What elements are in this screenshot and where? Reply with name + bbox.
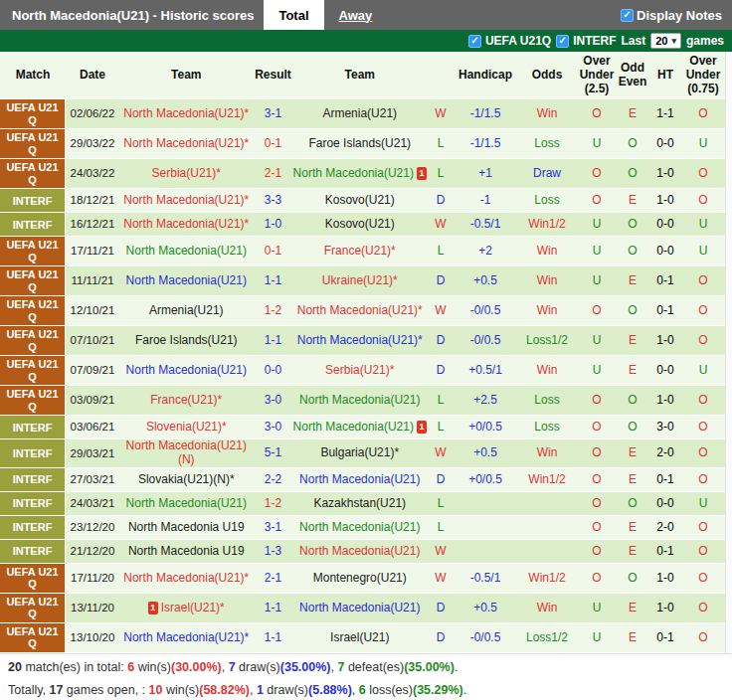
over-under-2-5: U — [578, 274, 616, 288]
away-team: Ukraine(U21)* — [293, 274, 428, 288]
uefa-u21q-checkbox[interactable]: ✓ — [468, 35, 481, 48]
handicap-line: -0/0.5 — [455, 631, 516, 645]
summary-segment: , — [222, 660, 229, 674]
red-card-icon: 1 — [417, 421, 427, 434]
home-team-label: North Macedonia(U21) — [126, 497, 247, 511]
home-team-label: Slovakia(U21)(N)* — [138, 473, 235, 487]
display-notes-checkbox[interactable]: ✓ — [621, 9, 634, 22]
away-team: Bulgaria(U21)* — [293, 446, 428, 460]
away-team-label: North Macedonia(U21) — [299, 521, 420, 535]
column-header-ht: HT — [649, 66, 681, 86]
away-team-label: North Macedonia(U21) — [293, 167, 414, 181]
score: 2-1 — [254, 167, 293, 181]
tab-away[interactable]: Away — [324, 0, 388, 30]
match-date: 17/11/20 — [66, 572, 119, 585]
display-notes-toggle: ✓ Display Notes — [621, 0, 732, 30]
over-under-2-5: U — [578, 245, 616, 259]
check-icon: ✓ — [470, 36, 478, 46]
competition-label: UEFA U21 Q — [0, 237, 66, 265]
home-team-label: Armenia(U21) — [149, 304, 224, 318]
home-team-label: North Macedonia(U21)* — [123, 572, 249, 586]
odd-even: E — [616, 521, 649, 535]
handicap-line: +0.5 — [455, 274, 516, 288]
handicap-line: +0/0.5 — [455, 473, 516, 487]
summary-segment: 10 — [149, 683, 163, 697]
away-team: North Macedonia(U21) — [293, 394, 428, 408]
home-team-label: North Macedonia(U21)* — [123, 194, 249, 208]
away-team-label: Armenia(U21) — [322, 107, 397, 121]
match-date: 03/06/21 — [66, 421, 119, 434]
summary-segment: , — [352, 683, 359, 697]
match-row: UEFA U21 Q11/11/21North Macedonia(U21)1-… — [0, 266, 725, 296]
summary-segment: match(es) in total: — [22, 660, 127, 674]
handicap-result: L — [427, 421, 455, 435]
away-team: Armenia(U21) — [293, 107, 428, 121]
title-bar: North Macedonia(U21) - Historic scores T… — [0, 0, 732, 30]
odds-result: Draw — [516, 167, 578, 181]
handicap-result: D — [427, 274, 455, 288]
score: 1-2 — [254, 304, 293, 318]
column-header-team: Team — [293, 66, 428, 86]
match-row: INTERF24/03/21North Macedonia(U21)1-2Kaz… — [0, 492, 725, 516]
score: 5-1 — [254, 446, 293, 460]
handicap-result: D — [427, 602, 455, 615]
over-under-0-75: O — [681, 473, 725, 487]
odds-result: Win1/2 — [516, 572, 578, 586]
half-time-score: 1-0 — [649, 602, 681, 615]
half-time-score: 0-0 — [649, 497, 681, 511]
handicap-line: -0.5/1 — [455, 218, 516, 232]
summary-segment: draw(s) — [236, 660, 280, 674]
summary-segment: win(s) — [162, 683, 199, 697]
odd-even: O — [616, 167, 649, 181]
half-time-score: 0-0 — [649, 137, 681, 151]
away-team-label: Faroe Islands(U21) — [308, 137, 411, 151]
over-under-2-5: O — [578, 473, 616, 487]
summary-segment: (5.88%) — [308, 683, 352, 697]
over-under-2-5: U — [578, 137, 616, 151]
half-time-score: 3-0 — [649, 421, 681, 435]
handicap-line: +0.5 — [455, 446, 516, 460]
away-team: North Macedonia(U21) — [293, 473, 428, 487]
over-under-2-5: O — [578, 497, 616, 511]
match-date: 24/03/22 — [66, 167, 119, 180]
home-team-label: Slovenia(U21)* — [146, 421, 227, 435]
match-date: 24/03/21 — [66, 497, 119, 510]
summary-segment: 1 — [257, 683, 264, 697]
home-team: North Macedonia(U21)* — [119, 631, 254, 645]
away-team-label: North Macedonia(U21) — [299, 545, 420, 559]
interf-filter: ✓ INTERF — [556, 34, 616, 48]
handicap-result: L — [427, 245, 455, 259]
handicap-result: L — [427, 167, 455, 181]
odd-even: O — [616, 218, 649, 232]
over-under-0-75: U — [681, 497, 725, 511]
half-time-score: 1-1 — [649, 107, 681, 121]
over-under-0-75: O — [681, 545, 725, 559]
tab-total[interactable]: Total — [264, 0, 323, 30]
home-team-label: North Macedonia U19 — [128, 521, 245, 535]
handicap-result: W — [427, 572, 455, 586]
handicap-result: W — [427, 545, 455, 559]
handicap-line: +2.5 — [455, 394, 516, 408]
home-team-label: North Macedonia(U21) — [126, 245, 247, 259]
over-under-0-75: O — [681, 602, 725, 615]
odd-even: E — [616, 194, 649, 208]
half-time-score: 0-1 — [649, 631, 681, 645]
half-time-score: 0-0 — [649, 364, 681, 378]
over-under-2-5: O — [578, 521, 616, 535]
over-under-0-75: O — [681, 304, 725, 318]
score: 0-1 — [254, 245, 293, 259]
scrollbar-track[interactable] — [725, 52, 732, 653]
over-under-0-75: O — [681, 421, 725, 435]
summary-segment: 17 — [49, 683, 63, 697]
score: 0-0 — [254, 364, 293, 378]
handicap-result: D — [427, 194, 455, 208]
interf-label: INTERF — [573, 34, 616, 48]
interf-checkbox[interactable]: ✓ — [556, 35, 569, 48]
summary-segment: . — [463, 683, 466, 697]
column-header-odds: Odds — [516, 66, 578, 86]
home-team: Armenia(U21) — [119, 304, 254, 318]
last-label: Last — [622, 34, 646, 48]
last-games-select[interactable]: 20 ▾ — [650, 33, 681, 49]
match-date: 07/10/21 — [66, 334, 119, 347]
odds-result: Win — [516, 446, 578, 460]
